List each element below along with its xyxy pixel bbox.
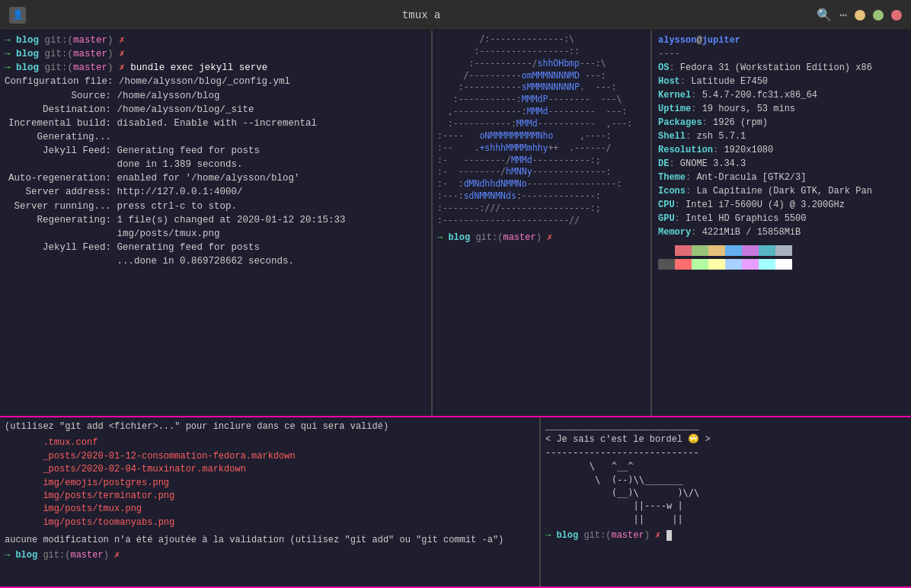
color-block-12 [725,259,742,270]
maximize-button[interactable] [873,10,884,21]
color-blocks-row2 [658,259,905,270]
git-file-7: img/posts/toomanyabs.png [5,516,535,529]
nf-kernel: Kernel: 5.4.7-200.fc31.x86_64 [658,88,905,102]
cow-sep1: ____________________________ [545,420,906,433]
bottom-prompt-line: → blog git:(master) ✗ [5,549,535,562]
color-block-1 [675,245,692,256]
git-no-add-msg: aucune modification n'a été ajoutée à la… [5,534,535,547]
nf-os: OS: Fedora 31 (Workstation Edition) x86 [658,61,905,75]
git-file-3: _posts/2020-02-04-tmuxinator.markdown [5,463,535,476]
prompt-cmd-line: → blog git:(master) ✗ bundle exec jekyll… [5,61,427,75]
cow-sep2: ---------------------------- [545,447,906,460]
window-title: tmux a [402,9,440,21]
cow-speech: < Je sais c'est le bordel 🙄 > [545,433,906,446]
jekyll-feed: Jekyll Feed: Generating feed for posts [5,144,427,158]
titlebar-left: 👤 [9,7,26,24]
jekyll-config: Configuration file: /home/alysson/blog/_… [5,75,427,88]
pane-right-wrapper: /:--------------:\ :-----------------:: … [433,30,911,416]
color-block-3 [708,245,725,256]
jekyll-server-running: Server running... press ctrl-c to stop. [5,200,427,213]
color-blocks-row1 [658,245,905,256]
close-button[interactable] [891,10,902,21]
cow-prompt: → blog git:(master) ✗ [545,529,906,542]
nf-gpu: GPU: Intel HD Graphics 5500 [658,212,905,225]
titlebar-right: 🔍 ⋯ [817,8,902,23]
jekyll-done2: ...done in 0.869728662 seconds. [5,254,427,268]
nf-de: DE: GNOME 3.34.3 [658,157,905,171]
bottom-area: (utilisez "git add <fichier>..." pour in… [0,417,911,586]
color-block-6 [759,245,775,256]
pane-git-status: (utilisez "git add <fichier>..." pour in… [0,417,541,586]
jekyll-source: Source: /home/alysson/blog [5,89,427,103]
git-msg: (utilisez "git add <fichier>..." pour in… [5,420,535,433]
nf-shell: Shell: zsh 5.7.1 [658,129,905,143]
pane-ascii: /:--------------:\ :-----------------:: … [433,30,652,416]
pane2-prompt: → blog git:(master) ✗ [437,232,646,244]
jekyll-server-addr: Server address: http://127.0.0.1:4000/ [5,185,427,199]
search-icon[interactable]: 🔍 [817,8,832,23]
color-block-2 [692,245,708,256]
jekyll-done1: done in 1.389 seconds. [5,158,427,171]
neofetch-hostname: alysson@jupiter [658,34,905,47]
color-block-4 [725,245,742,256]
menu-icon[interactable]: ⋯ [839,8,847,23]
color-block-11 [708,259,725,270]
pane-neofetch: alysson@jupiter ---- OS: Fedora 31 (Work… [652,30,911,416]
nf-packages: Packages: 1926 (rpm) [658,116,905,129]
nf-cpu: CPU: Intel i7-5600U (4) @ 3.200GHz [658,198,905,212]
jekyll-generating: Generating... [5,130,427,144]
minimize-button[interactable] [855,10,865,21]
git-file-4: img/emojis/postgres.png [5,477,535,490]
nf-uptime: Uptime: 19 hours, 53 mins [658,102,905,116]
color-block-15 [775,259,792,270]
avatar: 👤 [9,7,26,24]
jekyll-regenerating: Regenerating: 1 file(s) changed at 2020-… [5,213,427,227]
ascii-art: /:--------------:\ :-----------------:: … [437,34,646,227]
jekyll-feed2: Jekyll Feed: Generating feed for posts [5,241,427,254]
nf-icons: Icons: La Capitaine (Dark GTK, Dark Pan [658,184,905,198]
git-file-5: img/posts/terminator.png [5,490,535,503]
neofetch-separator: ---- [658,47,905,61]
cursor [666,530,672,541]
color-block-8 [658,259,675,270]
prompt-line-2: → blog git:(master) ✗ [5,47,427,61]
nf-resolution: Resolution: 1920x1080 [658,143,905,157]
jekyll-incremental: Incremental build: disabled. Enable with… [5,117,427,130]
jekyll-img: img/posts/tmux.png [5,227,427,241]
pane-jekyll: → blog git:(master) ✗ → blog git:(master… [0,30,433,416]
jekyll-dest: Destination: /home/alysson/blog/_site [5,103,427,117]
cow-art: \ ^__^ \ (--)\\_______ (__)\ )\/\ ||----… [545,460,906,526]
titlebar: 👤 tmux a 🔍 ⋯ [0,0,911,30]
color-block-7 [775,245,792,256]
pane-cowsay: ____________________________ < Je sais c… [541,417,911,586]
color-block-10 [692,259,708,270]
color-block-9 [675,259,692,270]
jekyll-autoregeneration: Auto-regeneration: enabled for '/home/al… [5,171,427,185]
git-file-6: img/posts/tmux.png [5,503,535,516]
prompt-line-1: → blog git:(master) ✗ [5,34,427,47]
nf-memory: Memory: 4221MiB / 15858MiB [658,225,905,239]
main-area: → blog git:(master) ✗ → blog git:(master… [0,30,911,417]
git-file-2: _posts/2020-01-12-consommation-fedora.ma… [5,450,535,463]
color-block-14 [759,259,775,270]
nf-host: Host: Latitude E7450 [658,75,905,88]
color-block-5 [742,245,759,256]
nf-theme: Theme: Ant-Dracula [GTK2/3] [658,171,905,184]
color-block-0 [658,245,675,256]
color-block-13 [742,259,759,270]
git-file-1: .tmux.conf [5,436,535,449]
